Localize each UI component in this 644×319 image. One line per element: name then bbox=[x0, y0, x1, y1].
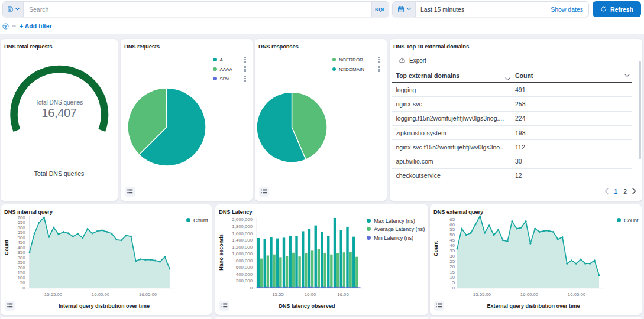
export-button[interactable]: Export bbox=[399, 56, 426, 65]
bar-average-latency[interactable] bbox=[273, 255, 275, 288]
legend-toggle-button[interactable] bbox=[219, 301, 229, 311]
axis-tick-label: 10 bbox=[449, 275, 455, 280]
legend-toggle-button[interactable] bbox=[259, 187, 269, 197]
cell-domain: zipkin.istio-system bbox=[392, 129, 515, 136]
search-input[interactable]: Search bbox=[24, 2, 371, 17]
add-filter-button[interactable]: + Add filter bbox=[20, 22, 52, 30]
data-point-marker bbox=[63, 231, 64, 233]
bar-average-latency[interactable] bbox=[323, 253, 326, 288]
legend: NOERRORNXDOMAIN bbox=[332, 56, 380, 73]
time-range-value[interactable]: Last 15 minutes bbox=[416, 2, 551, 17]
table-row[interactable]: zipkin.istio-system198 bbox=[392, 126, 632, 140]
legend-item[interactable]: Min Latency (ns) bbox=[367, 234, 425, 241]
axis-tick-label: 400,000 bbox=[236, 272, 253, 277]
bar-average-latency[interactable] bbox=[355, 257, 358, 288]
data-point-marker bbox=[48, 236, 50, 238]
column-header-count[interactable]: Count bbox=[515, 72, 632, 79]
previous-page-icon[interactable] bbox=[604, 188, 609, 194]
legend-toggle-button[interactable] bbox=[5, 301, 15, 311]
bar-average-latency[interactable] bbox=[298, 256, 300, 288]
axis-tick-label: 600 bbox=[17, 225, 25, 230]
legend-toggle-button[interactable] bbox=[434, 301, 444, 311]
legend-toggle-button[interactable] bbox=[125, 187, 135, 197]
table-row[interactable]: logging.f15n2womfujehfjlwv0lgs3nog....22… bbox=[392, 112, 632, 126]
table-row[interactable]: checkoutservice12 bbox=[392, 169, 632, 183]
bar-max-latency[interactable] bbox=[257, 238, 260, 288]
table-row[interactable]: nginx-svc.f15n2womfujehfjlwv0lgs3no...11… bbox=[392, 140, 632, 154]
bar-average-latency[interactable] bbox=[267, 255, 269, 288]
bar-average-latency[interactable] bbox=[286, 256, 288, 288]
x-axis-title: DNS latency observed bbox=[200, 303, 413, 309]
legend-item[interactable]: Max Latency (ns) bbox=[367, 217, 425, 224]
bar-max-latency[interactable] bbox=[327, 236, 329, 288]
bar-max-latency[interactable] bbox=[334, 218, 336, 288]
saved-query-menu-button[interactable] bbox=[3, 2, 24, 17]
axis-tick-label: 65 bbox=[449, 217, 455, 222]
data-point-marker bbox=[552, 231, 554, 233]
refresh-button[interactable]: Refresh bbox=[593, 1, 641, 17]
bar-average-latency[interactable] bbox=[349, 252, 351, 288]
bar-average-latency[interactable] bbox=[343, 252, 345, 288]
legend-actions-icon[interactable] bbox=[241, 66, 246, 71]
axis-tick-label: 800,000 bbox=[236, 258, 253, 263]
bar-max-latency[interactable] bbox=[295, 236, 297, 288]
legend-item[interactable]: A bbox=[213, 56, 246, 63]
data-point-marker bbox=[594, 259, 596, 261]
table-row[interactable]: api.twilio.com30 bbox=[392, 154, 632, 168]
bar-max-latency[interactable] bbox=[321, 232, 323, 288]
legend-color-dot bbox=[332, 58, 336, 62]
bar-max-latency[interactable] bbox=[315, 226, 317, 288]
legend-actions-icon[interactable] bbox=[241, 57, 246, 62]
external-query-area-chart: 0510152025303540455055606515:55:0016:00:… bbox=[430, 204, 642, 301]
legend-item[interactable]: NXDOMAIN bbox=[332, 66, 380, 73]
bar-average-latency[interactable] bbox=[305, 253, 307, 288]
bar-max-latency[interactable] bbox=[352, 237, 355, 288]
legend-color-dot bbox=[367, 227, 371, 231]
filter-circle-icon[interactable] bbox=[2, 23, 9, 30]
cell-count: 258 bbox=[515, 100, 632, 108]
legend-actions-icon[interactable] bbox=[376, 66, 380, 71]
show-dates-link[interactable]: Show dates bbox=[551, 2, 588, 17]
panel-title: DNS Top 10 external domains bbox=[393, 43, 469, 50]
bar-max-latency[interactable] bbox=[302, 231, 304, 288]
legend-item[interactable]: AAAA bbox=[213, 66, 246, 73]
page-number-1[interactable]: 1 bbox=[613, 188, 618, 195]
bar-max-latency[interactable] bbox=[270, 237, 272, 288]
legend-item[interactable]: Count bbox=[617, 216, 638, 223]
bar-max-latency[interactable] bbox=[346, 227, 348, 288]
y-axis-title: Count bbox=[4, 230, 9, 265]
panel-title: DNS responses bbox=[258, 43, 299, 50]
bar-average-latency[interactable] bbox=[336, 253, 339, 288]
data-point-marker bbox=[86, 228, 88, 230]
bar-max-latency[interactable] bbox=[276, 239, 279, 288]
bar-max-latency[interactable] bbox=[264, 239, 266, 288]
bar-average-latency[interactable] bbox=[330, 255, 332, 288]
bar-average-latency[interactable] bbox=[318, 249, 320, 288]
bar-average-latency[interactable] bbox=[279, 257, 281, 288]
data-point-marker bbox=[154, 259, 156, 261]
bar-max-latency[interactable] bbox=[340, 230, 342, 288]
table-row[interactable]: logging491 bbox=[392, 83, 632, 97]
legend-actions-icon[interactable] bbox=[241, 76, 246, 81]
axis-tick-label: 100 bbox=[17, 275, 25, 281]
bar-average-latency[interactable] bbox=[260, 259, 263, 288]
bar-average-latency[interactable] bbox=[311, 250, 313, 288]
bar-max-latency[interactable] bbox=[289, 236, 292, 288]
legend-actions-icon[interactable] bbox=[376, 57, 380, 62]
bar-average-latency[interactable] bbox=[292, 253, 295, 288]
legend: AAAAASRV bbox=[213, 56, 246, 82]
next-page-icon[interactable] bbox=[632, 188, 636, 194]
legend-item[interactable]: NOERROR bbox=[332, 56, 380, 63]
date-quick-menu-button[interactable] bbox=[393, 2, 416, 17]
data-point-marker bbox=[474, 223, 476, 225]
table-scrollbar[interactable] bbox=[639, 61, 641, 160]
column-header-domains[interactable]: Top external domains bbox=[392, 72, 515, 79]
page-number-2[interactable]: 2 bbox=[623, 188, 627, 195]
legend-item[interactable]: SRV bbox=[213, 75, 246, 82]
bar-max-latency[interactable] bbox=[283, 237, 285, 288]
legend-item[interactable]: Count bbox=[186, 216, 208, 223]
table-row[interactable]: nginx-svc258 bbox=[392, 97, 632, 111]
legend-item[interactable]: Average Latency (ns) bbox=[367, 226, 425, 233]
bar-max-latency[interactable] bbox=[308, 229, 310, 288]
kql-badge[interactable]: KQL bbox=[371, 2, 389, 17]
